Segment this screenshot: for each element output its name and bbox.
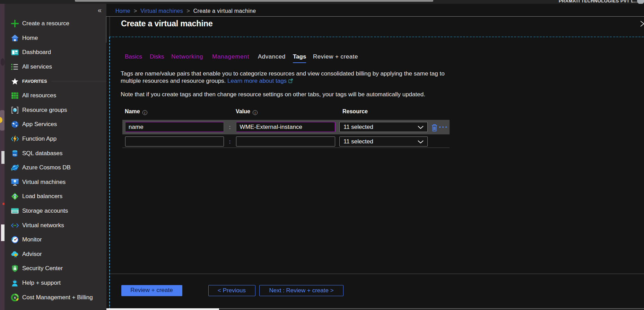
svg-text:SQL: SQL [13, 153, 17, 156]
svg-text:$: $ [14, 296, 16, 299]
